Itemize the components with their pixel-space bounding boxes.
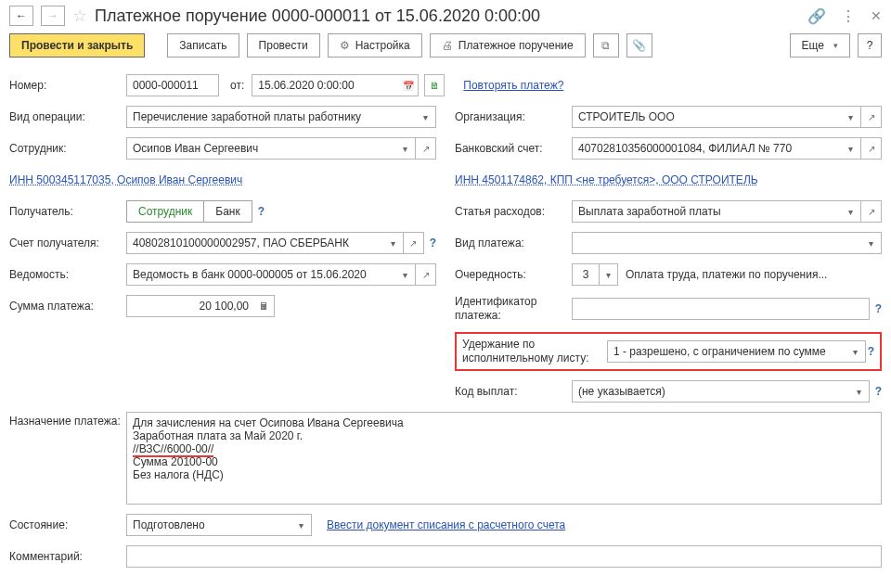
- comment-label: Комментарий:: [9, 550, 126, 563]
- organization-field[interactable]: СТРОИТЕЛЬ ООО: [572, 106, 841, 128]
- window-title: Платежное поручение 0000-000011 от 15.06…: [95, 6, 796, 26]
- operation-type-label: Вид операции:: [9, 110, 126, 123]
- organization-label: Организация:: [455, 110, 572, 123]
- link-structure-icon: ⧉: [601, 39, 610, 52]
- from-label: от:: [230, 79, 244, 92]
- payment-id-label: Идентификатор платежа:: [455, 295, 572, 323]
- purpose-label: Назначение платежа:: [9, 412, 126, 428]
- priority-dropdown[interactable]: ▾: [599, 264, 617, 285]
- expense-item-dropdown[interactable]: ▾: [841, 200, 861, 223]
- status-field[interactable]: Подготовлено: [126, 514, 291, 536]
- payee-account-open-icon[interactable]: ↗: [404, 232, 424, 254]
- operation-type-field[interactable]: Перечисление заработной платы работнику: [126, 106, 416, 128]
- post-and-close-button[interactable]: Провести и закрыть: [9, 33, 145, 58]
- organization-open-icon[interactable]: ↗: [861, 106, 882, 128]
- bank-account-dropdown[interactable]: ▾: [841, 137, 861, 160]
- enforcement-label: Удержание по исполнительному листу:: [462, 338, 607, 365]
- enforcement-help[interactable]: ?: [868, 345, 874, 358]
- vedomost-dropdown[interactable]: ▾: [395, 263, 416, 286]
- payment-type-dropdown[interactable]: ▾: [861, 232, 882, 254]
- payee-segment: Сотрудник Банк: [126, 200, 252, 223]
- bank-account-open-icon[interactable]: ↗: [861, 137, 882, 160]
- priority-desc: Оплата труда, платежи по поручения...: [626, 268, 827, 281]
- printer-icon: 🖨: [442, 39, 453, 52]
- payee-help[interactable]: ?: [258, 205, 265, 218]
- payout-code-label: Код выплат:: [455, 385, 572, 398]
- vedomost-field[interactable]: Ведомость в банк 0000-000005 от 15.06.20…: [126, 263, 395, 286]
- payout-code-help[interactable]: ?: [875, 385, 882, 398]
- operation-type-dropdown[interactable]: ▾: [416, 106, 436, 128]
- payee-account-dropdown[interactable]: ▾: [383, 232, 404, 254]
- priority-field[interactable]: 3 ▾: [572, 263, 618, 286]
- enforcement-highlight: Удержание по исполнительному листу: 1 - …: [455, 332, 882, 371]
- employee-field[interactable]: Осипов Иван Сергеевич: [126, 137, 395, 160]
- close-icon[interactable]: ✕: [871, 8, 882, 23]
- expense-item-label: Статья расходов:: [455, 205, 572, 218]
- organization-dropdown[interactable]: ▾: [841, 106, 861, 128]
- more-button[interactable]: Еще▾: [790, 33, 850, 58]
- payout-code-field[interactable]: (не указывается): [572, 380, 849, 403]
- payee-account-help[interactable]: ?: [430, 236, 436, 249]
- enforcement-field[interactable]: 1 - разрешено, с ограничением по сумме: [607, 340, 846, 363]
- write-button[interactable]: Записать: [167, 33, 239, 58]
- amount-label: Сумма платежа:: [9, 300, 126, 313]
- payment-id-field[interactable]: [572, 298, 870, 320]
- attach-button[interactable]: 📎: [626, 33, 652, 58]
- favorite-icon[interactable]: ☆: [72, 6, 87, 26]
- expense-item-field[interactable]: Выплата заработной платы: [572, 200, 841, 223]
- bank-account-label: Банковский счет:: [455, 142, 572, 155]
- repeat-payment-link[interactable]: Повторять платеж?: [463, 79, 563, 92]
- amount-calc-icon[interactable]: 🖩: [254, 295, 275, 317]
- calendar-icon[interactable]: 📅: [398, 74, 419, 96]
- payee-seg-employee[interactable]: Сотрудник: [126, 200, 203, 223]
- status-label: Состояние:: [9, 518, 126, 531]
- payment-type-field[interactable]: [572, 232, 861, 254]
- help-button[interactable]: ?: [858, 33, 882, 58]
- structure-button[interactable]: ⧉: [593, 33, 619, 58]
- bank-account-field[interactable]: 40702810356000001084, ФИЛИАЛ № 770: [572, 137, 841, 160]
- payee-seg-bank[interactable]: Банк: [203, 200, 252, 223]
- purpose-textarea[interactable]: Для зачисления на счет Осипова Ивана Сер…: [126, 412, 882, 505]
- priority-label: Очередность:: [455, 268, 572, 281]
- employee-label: Сотрудник:: [9, 142, 126, 155]
- employee-open-icon[interactable]: ↗: [416, 137, 436, 160]
- vedomost-open-icon[interactable]: ↗: [416, 263, 436, 286]
- inn-employee-link[interactable]: ИНН 500345117035, Осипов Иван Сергеевич: [9, 173, 242, 186]
- menu-icon[interactable]: ⋮: [841, 7, 856, 25]
- enter-writeoff-link[interactable]: Ввести документ списания с расчетного сч…: [327, 518, 565, 531]
- payout-code-dropdown[interactable]: ▾: [849, 380, 870, 403]
- amount-field[interactable]: 20 100,00: [126, 295, 254, 317]
- employee-dropdown[interactable]: ▾: [395, 137, 416, 160]
- payee-label: Получатель:: [9, 205, 126, 218]
- gear-icon: ⚙: [340, 39, 350, 52]
- paperclip-icon: 📎: [632, 39, 646, 52]
- payee-account-label: Счет получателя:: [9, 236, 126, 249]
- payment-id-help[interactable]: ?: [875, 302, 882, 315]
- date-field[interactable]: 15.06.2020 0:00:00: [252, 74, 398, 96]
- green-doc-icon[interactable]: 🗎: [424, 74, 445, 96]
- link-icon[interactable]: 🔗: [807, 7, 826, 25]
- number-field[interactable]: 0000-000011: [126, 74, 219, 96]
- inn-kpp-link[interactable]: ИНН 4501174862, КПП <не требуется>, ООО …: [455, 173, 758, 186]
- expense-item-open-icon[interactable]: ↗: [861, 200, 882, 223]
- forward-button[interactable]: →: [41, 6, 65, 26]
- comment-field[interactable]: [126, 545, 882, 568]
- payment-order-button[interactable]: 🖨Платежное поручение: [430, 33, 586, 58]
- payment-type-label: Вид платежа:: [455, 236, 572, 249]
- post-button[interactable]: Провести: [247, 33, 320, 58]
- back-button[interactable]: ←: [9, 6, 33, 26]
- enforcement-dropdown[interactable]: ▾: [846, 340, 866, 363]
- payee-account-field[interactable]: 40802810100000002957, ПАО СБЕРБАНК: [126, 232, 383, 254]
- settings-button[interactable]: ⚙Настройка: [328, 33, 422, 58]
- number-label: Номер:: [9, 79, 126, 92]
- vedomost-label: Ведомость:: [9, 268, 126, 281]
- status-dropdown[interactable]: ▾: [291, 514, 312, 536]
